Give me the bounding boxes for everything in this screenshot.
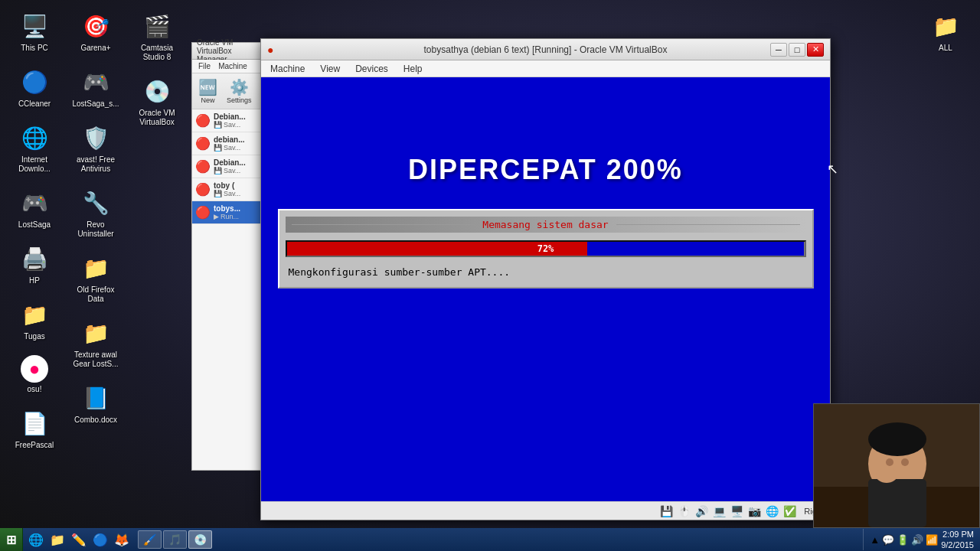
tray-icon-volume[interactable]: 🔊 bbox=[911, 534, 923, 546]
vbox-menu-machine[interactable]: Machine bbox=[264, 62, 311, 76]
vbox-window: ● tobysathya (debian 6 text) [Running] -… bbox=[260, 38, 831, 520]
vm-info-4: tobys... ▶ Run... bbox=[214, 204, 259, 220]
desktop-icon-all[interactable]: 📁 ALL bbox=[919, 8, 972, 56]
toolbar-new-btn[interactable]: 🆕 New bbox=[195, 77, 220, 106]
progress-percent-label: 72% bbox=[537, 243, 554, 254]
vbox-menu-devices[interactable]: Devices bbox=[349, 62, 394, 76]
windows-logo-icon: ⊞ bbox=[6, 533, 16, 547]
new-label: New bbox=[201, 96, 214, 104]
old-firefox-icon: 📁 bbox=[80, 253, 111, 283]
vbox-title-icon: ● bbox=[267, 44, 273, 56]
title-line-right bbox=[616, 224, 800, 225]
free-pascal-icon: 📄 bbox=[19, 408, 50, 439]
lostsaga-label: LostSaga bbox=[18, 220, 51, 230]
desktop-icon-revo[interactable]: 🔧 Revo Uninstaller bbox=[69, 184, 122, 242]
status-icon-3: 🔊 bbox=[695, 505, 708, 517]
taskbar-app-media[interactable]: 🎵 bbox=[163, 530, 187, 549]
vbox-titlebar: ● tobysathya (debian 6 text) [Running] -… bbox=[261, 39, 830, 60]
desktop-icon-texture[interactable]: 📁 Texture awal Gear LostS... bbox=[69, 315, 122, 372]
start-button[interactable]: ⊞ bbox=[0, 528, 23, 551]
clock-time: 2:09 PM9/2/2015 bbox=[941, 529, 974, 551]
tray-icon-network[interactable]: 📶 bbox=[926, 534, 938, 546]
vm-name-1: debian... bbox=[214, 135, 259, 144]
vbox-menu-view[interactable]: View bbox=[314, 62, 346, 76]
tray-icon-msg[interactable]: 💬 bbox=[882, 534, 894, 546]
toolbar-settings-btn[interactable]: ⚙️ Settings bbox=[224, 77, 255, 106]
vm-display[interactable]: DIPERCEPAT 200% Memasang sistem dasar 72… bbox=[261, 77, 830, 501]
taskbar-icon-ie2[interactable]: 🔵 bbox=[90, 530, 110, 549]
taskbar-icon-pencil[interactable]: ✏️ bbox=[69, 530, 89, 549]
vm-list-item-3[interactable]: 🔴 toby ( 💾 Sav... bbox=[192, 178, 262, 201]
desktop-icon-garena[interactable]: 🎯 Garena+ bbox=[69, 8, 122, 56]
media-icon: 🎵 bbox=[168, 533, 181, 546]
osul-icon: ● bbox=[21, 355, 48, 383]
desktop-icon-tugas[interactable]: 📁 Tugas bbox=[8, 296, 61, 344]
taskbar-app-paint[interactable]: 🖌️ bbox=[138, 530, 162, 549]
taskbar-icon-firefox[interactable]: 🦊 bbox=[112, 530, 132, 549]
desktop-icon-oracle-vm[interactable]: 💿 Oracle VM VirtualBox bbox=[130, 73, 184, 130]
taskbar-app-vbox[interactable]: 💿 bbox=[188, 530, 212, 549]
vm-icon-0: 🔴 bbox=[195, 113, 211, 128]
new-icon: 🆕 bbox=[198, 78, 217, 96]
garena-label: Garena+ bbox=[80, 44, 110, 53]
oracle-vm-label: Oracle VM VirtualBox bbox=[133, 109, 181, 127]
explorer-menu-machine[interactable]: Machine bbox=[215, 61, 250, 71]
progress-status-text: Mengkonfigurasi sumber-sumber APT.... bbox=[286, 263, 806, 281]
desktop-icon-internet-download[interactable]: 🌐 Internet Downlo... bbox=[8, 119, 61, 177]
progress-bar-blue bbox=[587, 242, 805, 256]
desktop-icon-camtasia[interactable]: 🎬 Camtasia Studio 8 bbox=[130, 8, 184, 65]
osul-label: osu! bbox=[28, 385, 42, 394]
progress-title-text: Memasang sistem dasar bbox=[475, 219, 616, 230]
texture-label: Texture awal Gear LostS... bbox=[72, 350, 119, 369]
close-button[interactable]: ✕ bbox=[807, 43, 824, 57]
vm-list-item-1[interactable]: 🔴 debian... 💾 Sav... bbox=[192, 132, 262, 155]
combo-icon: 📘 bbox=[80, 383, 111, 413]
vm-list-item-2[interactable]: 🔴 Debian... 💾 Sav... bbox=[192, 155, 262, 178]
taskbar-icon-explorer[interactable]: 📁 bbox=[47, 530, 67, 549]
maximize-button[interactable]: □ bbox=[789, 43, 805, 57]
desktop-icon-ccleaner[interactable]: 🔵 CCleaner bbox=[8, 64, 61, 112]
explorer-menubar: File Machine bbox=[192, 60, 262, 73]
desktop-icon-combo[interactable]: 📘 Combo.docx bbox=[69, 380, 122, 428]
vm-icon-4: 🔴 bbox=[195, 205, 211, 220]
explorer-sidebar: Oracle VM VirtualBox Manager File Machin… bbox=[191, 42, 262, 471]
vm-info-0: Debian... 💾 Sav... bbox=[214, 112, 259, 129]
vm-status-3: 💾 Sav... bbox=[214, 190, 259, 197]
desktop-icon-free-pascal[interactable]: 📄 FreePascal bbox=[8, 405, 61, 453]
this-pc-icon: 🖥️ bbox=[19, 11, 50, 41]
system-clock: 2:09 PM9/2/2015 bbox=[941, 529, 974, 551]
texture-icon: 📁 bbox=[80, 318, 111, 348]
taskbar-apps: 🖌️ 🎵 💿 bbox=[135, 530, 863, 549]
system-tray: ▲ 💬 🔋 🔊 📶 bbox=[870, 534, 938, 546]
vm-list-item-4[interactable]: 🔴 tobys... ▶ Run... bbox=[192, 201, 262, 224]
desktop-icon-avast[interactable]: 🛡️ avast! Free Antivirus bbox=[69, 119, 122, 177]
desktop-icon-this-pc[interactable]: 🖥️ This PC bbox=[8, 8, 61, 56]
desktop-icon-osul[interactable]: ● osu! bbox=[8, 352, 61, 397]
desktop-icon-lostsaga-s[interactable]: 🎮 LostSaga_s... bbox=[69, 64, 122, 112]
desktop-icon-hp[interactable]: 🖨️ HP bbox=[8, 240, 61, 289]
tugas-label: Tugas bbox=[24, 332, 44, 341]
lostsaga-s-icon: 🎮 bbox=[80, 67, 111, 97]
explorer-menu-file[interactable]: File bbox=[195, 61, 214, 71]
taskbar: ⊞ 🌐 📁 ✏️ 🔵 🦊 🖌️ 🎵 💿 ▲ 💬 🔋 bbox=[0, 528, 980, 551]
progress-dialog: Memasang sistem dasar 72% Mengkonfiguras… bbox=[278, 209, 814, 289]
oracle-vm-icon: 💿 bbox=[142, 76, 172, 106]
settings-label: Settings bbox=[227, 96, 252, 104]
vm-status-0: 💾 Sav... bbox=[214, 121, 259, 129]
status-icon-2: 🖱️ bbox=[678, 505, 691, 517]
vm-list-item-0[interactable]: 🔴 Debian... 💾 Sav... bbox=[192, 109, 262, 132]
vm-info-3: toby ( 💾 Sav... bbox=[214, 181, 259, 197]
vm-list: 🔴 Debian... 💾 Sav... 🔴 debian... 💾 Sav..… bbox=[192, 109, 262, 470]
vm-status-1: 💾 Sav... bbox=[214, 144, 259, 152]
minimize-button[interactable]: ─ bbox=[770, 43, 787, 57]
vm-icon-1: 🔴 bbox=[195, 136, 211, 151]
old-firefox-label: Old Firefox Data bbox=[72, 285, 119, 304]
tray-icon-battery[interactable]: 🔋 bbox=[897, 534, 909, 546]
status-icon-1: 💾 bbox=[660, 505, 673, 517]
tray-icon-arrow[interactable]: ▲ bbox=[870, 534, 880, 546]
desktop-icon-old-firefox[interactable]: 📁 Old Firefox Data bbox=[69, 249, 122, 307]
vbox-menu-help[interactable]: Help bbox=[397, 62, 429, 76]
explorer-toolbar: 🆕 New ⚙️ Settings bbox=[192, 73, 262, 109]
desktop-icon-lostsaga[interactable]: 🎮 LostSaga bbox=[8, 184, 61, 233]
taskbar-icon-ie[interactable]: 🌐 bbox=[26, 530, 46, 549]
